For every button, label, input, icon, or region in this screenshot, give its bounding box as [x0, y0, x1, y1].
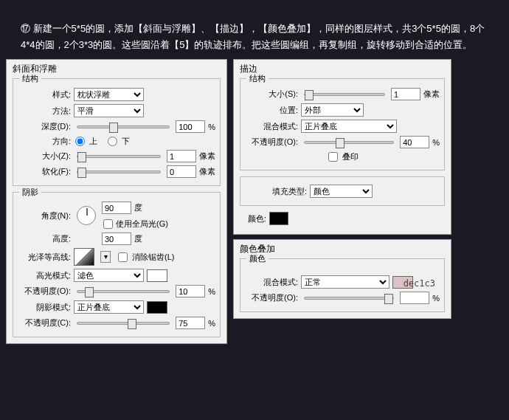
stroke-px: 像素	[423, 89, 440, 100]
stroke-size-input[interactable]	[391, 88, 420, 100]
stroke-opacity-input[interactable]	[400, 136, 429, 148]
pct-unit: %	[208, 123, 215, 131]
antialias-label: 消除锯齿(L)	[132, 252, 174, 263]
deg-unit2: 度	[134, 233, 142, 244]
overlay-group-label: 颜色	[246, 253, 269, 264]
overlay-hex: dec1c3	[404, 278, 435, 289]
stroke-size-slider[interactable]	[304, 93, 385, 96]
overlay-blend-label: 混合模式:	[245, 277, 298, 288]
gloss-label: 光泽等高线:	[18, 252, 71, 263]
altitude-label: 高度:	[18, 233, 71, 244]
overlay-opacity-input[interactable]	[400, 292, 429, 304]
altitude-input[interactable]	[102, 233, 131, 245]
depth-slider[interactable]	[77, 125, 170, 128]
dir-up-label: 上	[89, 136, 97, 147]
instruction-text: ⑰ 新建一个5*5的圆，添加【斜面与浮雕】、【描边】，【颜色叠加】，同样的图层样…	[0, 0, 509, 59]
size-input[interactable]	[167, 150, 196, 162]
overlay-panel: 颜色叠加 颜色 dec1c3 混合模式: 正常 不透明度(O): %	[233, 239, 451, 319]
px-unit: 像素	[199, 151, 215, 162]
shadow-mode-select[interactable]: 正片叠底	[74, 300, 144, 314]
highlight-mode-select[interactable]: 滤色	[74, 269, 144, 282]
stroke-blend-label: 混合模式:	[245, 121, 298, 132]
overprint-label: 叠印	[342, 151, 359, 162]
overprint-checkbox[interactable]	[328, 152, 338, 162]
overlay-opacity-label: 不透明度(O):	[245, 292, 298, 303]
shadow-color-swatch[interactable]	[147, 301, 167, 314]
sh-opacity-input[interactable]	[176, 317, 205, 329]
soften-input[interactable]	[167, 165, 196, 178]
method-select[interactable]: 平滑	[74, 104, 144, 117]
hl-opacity-input[interactable]	[176, 285, 205, 297]
highlight-mode-label: 高光模式:	[18, 270, 71, 281]
angle-dial[interactable]	[77, 206, 96, 225]
shadow-group-label: 阴影	[19, 187, 41, 198]
sh-opacity-slider[interactable]	[77, 322, 170, 325]
soften-label: 软化(F):	[18, 166, 71, 177]
overlay-pct: %	[432, 294, 440, 303]
sh-opacity-label: 不透明度(C):	[18, 317, 71, 328]
filltype-label: 填充类型:	[245, 186, 307, 197]
stroke-pos-label: 位置:	[245, 105, 298, 116]
stroke-pct: %	[432, 138, 440, 147]
stroke-pos-select[interactable]: 外部	[301, 103, 364, 117]
stroke-color-label: 颜色:	[241, 213, 266, 224]
px-unit2: 像素	[199, 166, 215, 177]
global-light-label: 使用全局光(G)	[116, 218, 168, 230]
bevel-panel: 斜面和浮雕 结构 样式: 枕状浮雕 方法: 平滑 深度(D): %	[6, 59, 227, 344]
angle-input[interactable]	[102, 202, 131, 214]
overlay-blend-select[interactable]: 正常	[301, 275, 389, 289]
style-select[interactable]: 枕状浮雕	[74, 88, 144, 101]
stroke-opacity-slider[interactable]	[304, 141, 394, 144]
depth-label: 深度(D):	[18, 121, 71, 132]
stroke-struct-label: 结构	[246, 73, 269, 84]
soften-slider[interactable]	[77, 171, 161, 173]
global-light-checkbox[interactable]	[103, 219, 113, 229]
hl-opacity-label: 不透明度(O):	[18, 286, 71, 297]
highlight-color-swatch[interactable]	[147, 269, 167, 282]
pct2: %	[208, 287, 215, 296]
stroke-blend-select[interactable]: 正片叠底	[301, 120, 397, 133]
hl-opacity-slider[interactable]	[77, 290, 170, 293]
gloss-contour[interactable]	[74, 248, 94, 266]
dir-up-radio[interactable]	[75, 137, 85, 146]
method-label: 方法:	[18, 106, 71, 117]
style-label: 样式:	[18, 89, 71, 100]
size-label: 大小(Z):	[18, 151, 71, 162]
pct3: %	[208, 319, 215, 328]
shadow-mode-label: 阴影模式:	[18, 302, 71, 313]
filltype-select[interactable]: 颜色	[310, 185, 373, 198]
depth-input[interactable]	[176, 120, 205, 133]
stroke-size-label: 大小(S):	[245, 89, 298, 100]
struct-group-label: 结构	[19, 73, 41, 84]
gloss-dropdown-icon[interactable]: ▾	[100, 251, 111, 263]
dir-down-label: 下	[122, 136, 130, 147]
dir-down-radio[interactable]	[108, 137, 117, 146]
stroke-opacity-label: 不透明度(O):	[245, 137, 298, 148]
direction-label: 方向:	[18, 136, 71, 147]
deg-unit: 度	[134, 202, 142, 213]
overlay-opacity-slider[interactable]	[304, 297, 394, 300]
stroke-color-swatch[interactable]	[269, 212, 288, 225]
stroke-panel: 描边 结构 大小(S): 像素 位置: 外部 混合模式: 正片叠底	[233, 59, 451, 235]
antialias-checkbox[interactable]	[118, 252, 128, 262]
angle-label: 角度(N):	[18, 210, 71, 221]
size-slider[interactable]	[77, 155, 161, 158]
